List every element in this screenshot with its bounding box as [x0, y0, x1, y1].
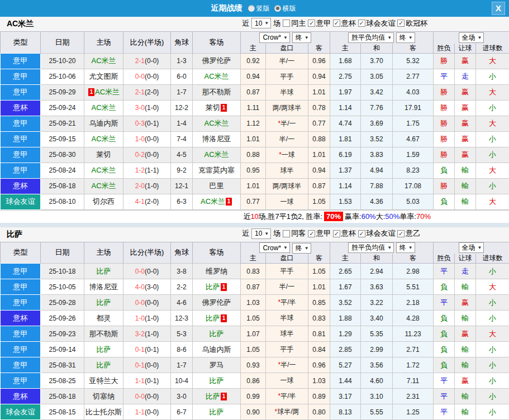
col-handicap: 盘口	[266, 254, 308, 264]
league-checkbox[interactable]: ✓ 意甲	[308, 228, 331, 238]
avg-home-value: 1.37	[330, 163, 361, 178]
table-row: 意甲 25-10-05 博洛尼亚 4-0(3-0) 2-2 比萨1 0.87 半…	[1, 279, 509, 295]
handicap-value: 球半	[266, 326, 308, 342]
radio-horizontal-layout[interactable]: 横版	[274, 4, 296, 13]
checkbox-checked-icon[interactable]: ✓	[308, 230, 315, 237]
home-team: 乌迪内斯	[84, 116, 123, 131]
handicap-value: *平/半	[266, 389, 308, 404]
odds-home-value: 0.99	[241, 389, 266, 404]
scope-select[interactable]: 全场▼	[459, 32, 484, 43]
close-icon[interactable]: X	[492, 2, 505, 15]
odds-stage-select[interactable]: 终▼	[292, 243, 311, 254]
checkbox-checked-icon[interactable]: ✓	[358, 230, 365, 237]
col-result-wdl: 胜负	[434, 254, 455, 264]
avg-draw-value: 3.52	[361, 131, 393, 147]
away-team: 莱切1	[193, 100, 241, 116]
match-date: 25-09-15	[41, 131, 84, 147]
league-checkbox[interactable]: ✓ 意杯	[333, 228, 356, 238]
away-team: 那不勒斯	[193, 84, 241, 100]
table-row: 意甲 25-09-21 乌迪内斯 0-3(0-1) 1-4 AC米兰 1.12 …	[1, 116, 509, 131]
corner-count: 2-2	[171, 279, 193, 295]
avg-away-value: 1.72	[393, 357, 434, 373]
corner-count: 4-5	[171, 147, 193, 163]
match-date: 25-09-29	[41, 84, 84, 100]
col-avg-home: 主	[330, 44, 361, 54]
result-handicap: 赢	[455, 326, 476, 342]
league-checkbox[interactable]: ✓ 意乙	[397, 228, 420, 238]
odds-home-value: 1.01	[241, 131, 266, 147]
checkbox-icon[interactable]	[283, 20, 290, 27]
match-count-select[interactable]: 10 ▼	[251, 228, 271, 239]
avg-away-value: 5.03	[393, 194, 434, 209]
avg-select[interactable]: 胜平负均值▼	[348, 32, 394, 43]
checkbox-checked-icon[interactable]: ✓	[308, 20, 315, 27]
same-home-checkbox[interactable]: 同主	[283, 18, 306, 28]
home-team: AC米兰	[84, 100, 123, 116]
avg-home-value: 1.14	[330, 178, 361, 194]
radio-vertical-layout[interactable]: 竖版	[248, 4, 270, 13]
odds-home-value: 1.01	[241, 178, 266, 194]
avg-stage-select[interactable]: 终▼	[396, 242, 415, 253]
company-select[interactable]: Crow*▼	[259, 32, 290, 43]
corner-count: 1-4	[171, 116, 193, 131]
home-team: 莱切	[84, 147, 123, 163]
league-checkbox[interactable]: ✓ 意甲	[308, 18, 331, 28]
same-away-label: 同客	[291, 228, 306, 238]
odds-stage-select[interactable]: 终▼	[292, 32, 311, 43]
corner-count: 1-7	[171, 357, 193, 373]
league-checkbox[interactable]: ✓ 球会友谊	[358, 228, 396, 238]
avg-draw-value: 4.36	[361, 194, 393, 209]
away-team: AC米兰1	[193, 194, 241, 209]
company-select[interactable]: Crow*▼	[259, 242, 290, 253]
result-handicap: 輸	[455, 311, 476, 326]
avg-draw-value: 3.56	[361, 357, 393, 373]
home-team: 比士托尔斯	[84, 404, 123, 420]
match-date: 25-09-28	[41, 295, 84, 311]
corner-count: 8-6	[171, 342, 193, 357]
league-checkbox[interactable]: ✓ 球会友谊	[358, 18, 396, 28]
league-badge: 意甲	[1, 264, 41, 279]
league-badge: 意杯	[1, 100, 41, 116]
league-checkbox[interactable]: ✓ 欧冠杯	[397, 18, 427, 28]
same-away-checkbox[interactable]: 同客	[283, 228, 306, 238]
away-team: AC米兰	[193, 69, 241, 84]
titlebar: 近期战绩 竖版 横版 X	[0, 0, 509, 17]
radio-selected-icon[interactable]	[274, 5, 281, 12]
league-checkbox[interactable]: ✓ 意杯	[333, 18, 356, 28]
checkbox-checked-icon[interactable]: ✓	[358, 20, 365, 27]
match-date: 25-08-10	[41, 194, 84, 209]
filter-bar: 近 10 ▼ 场 同客 ✓ 意甲 ✓ 意	[242, 228, 420, 239]
corner-count: 5-3	[171, 326, 193, 342]
handicap-value: *半/一	[266, 116, 308, 131]
avg-home-value: 1.97	[330, 84, 361, 100]
league-checkbox-label: 意乙	[406, 228, 420, 238]
result-goals: 小	[476, 404, 509, 420]
checkbox-icon[interactable]	[283, 230, 290, 237]
scope-select[interactable]: 全场▼	[459, 242, 484, 253]
corner-count: 6-0	[171, 69, 193, 84]
col-result-handicap: 让球	[455, 44, 476, 54]
table-row: 意甲 25-09-14 比萨 0-1(0-1) 8-6 乌迪内斯 1.05 平手…	[1, 342, 509, 357]
checkbox-checked-icon[interactable]: ✓	[397, 20, 405, 27]
table-row: 意甲 25-09-29 1AC米兰 2-1(2-0) 1-7 那不勒斯 0.87…	[1, 84, 509, 100]
corner-count: 7-4	[171, 131, 193, 147]
result-goals: 小	[476, 373, 509, 389]
checkbox-checked-icon[interactable]: ✓	[333, 230, 340, 237]
home-team: 尤文图斯	[84, 69, 123, 84]
match-count-select[interactable]: 10 ▼	[251, 18, 271, 28]
result-wdl: 負	[434, 311, 455, 326]
avg-stage-select[interactable]: 终▼	[396, 32, 415, 43]
match-date: 25-10-06	[41, 69, 84, 84]
radio-icon[interactable]	[248, 5, 255, 12]
match-date: 25-09-14	[41, 342, 84, 357]
avg-home-value: 1.29	[330, 326, 361, 342]
league-badge: 意甲	[1, 116, 41, 131]
avg-select[interactable]: 胜平负均值▼	[348, 242, 394, 253]
checkbox-checked-icon[interactable]: ✓	[333, 20, 340, 27]
avg-away-value: 2.71	[393, 342, 434, 357]
table-row: 球会友谊 25-08-10 切尔西 4-1(2-0) 6-3 AC米兰1 0.7…	[1, 194, 509, 209]
away-team: 乌迪内斯	[193, 342, 241, 357]
checkbox-checked-icon[interactable]: ✓	[397, 230, 405, 237]
score-cell: 3-2(1-0)	[123, 326, 171, 342]
away-team: 比萨	[193, 326, 241, 342]
